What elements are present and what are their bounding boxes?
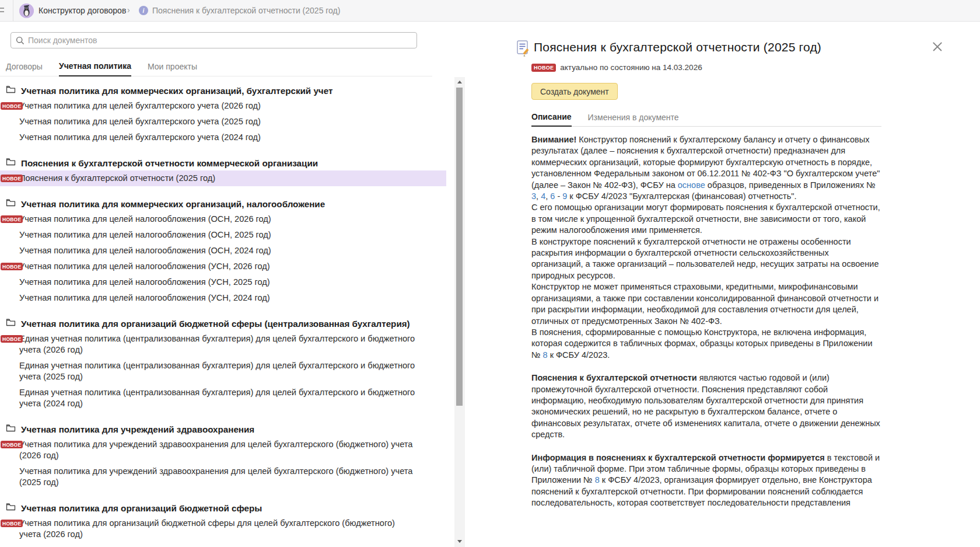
tab-uchetnaya-politika[interactable]: Учетная политика xyxy=(59,61,131,76)
new-badge: НОВОЕ xyxy=(1,335,23,343)
doc-item[interactable]: Единая учетная политика (централизованна… xyxy=(0,385,446,412)
doc-item[interactable]: Единая учетная политика (централизованна… xyxy=(0,358,446,385)
doc-item[interactable]: НОВОЕУчетная политика для учреждений здр… xyxy=(0,437,446,464)
text-run: образцов, приведенных в Приложениях № xyxy=(705,180,876,190)
doc-item-label: Учетная политика для целей налогообложен… xyxy=(19,245,416,256)
app-logo[interactable] xyxy=(19,4,34,18)
doc-item[interactable]: НОВОЕУчетная политика для целей налогооб… xyxy=(0,259,446,274)
doc-item-label: Учетная политика для целей налогообложен… xyxy=(19,229,416,241)
text-run: Конструктор не может применяться страхов… xyxy=(531,282,878,325)
doc-item-label: Учетная политика для целей налогообложен… xyxy=(19,277,416,288)
folder-icon xyxy=(6,503,16,513)
doc-item[interactable]: Учетная политика для целей бухгалтерског… xyxy=(0,114,446,130)
folder-row[interactable]: Учетная политика для коммерческих органи… xyxy=(6,198,446,209)
info-icon: i xyxy=(139,6,148,15)
inline-link[interactable]: 3 xyxy=(531,191,536,201)
doc-item[interactable]: Учетная политика для целей налогообложен… xyxy=(0,290,446,306)
folder-row[interactable]: Учетная политика для организаций бюджетн… xyxy=(6,503,446,513)
doc-item[interactable]: Учетная политика для целей бухгалтерског… xyxy=(0,130,446,145)
folder-icon xyxy=(6,424,16,434)
app-window: Конструктор договоров › i Пояснения к бу… xyxy=(0,0,980,547)
text-run: являются частью годовой и (или) промежут… xyxy=(531,373,880,439)
doc-item-label: Учетная политика для целей бухгалтерског… xyxy=(19,116,416,127)
doc-item-label: Учетная политика для организаций бюджетн… xyxy=(19,518,416,540)
scroll-down-arrow-icon[interactable] xyxy=(454,536,465,546)
description-paragraph: Внимание! Конструктор пояснений к бухгал… xyxy=(531,134,881,361)
text-run: В конструкторе пояснений к бухгалтерской… xyxy=(531,237,879,280)
topbar: Конструктор договоров › i Пояснения к бу… xyxy=(0,0,980,22)
doc-item[interactable]: Учетная политика для учреждений здравоох… xyxy=(0,464,446,490)
new-badge: НОВОЕ xyxy=(1,102,23,110)
new-badge: НОВОЕ xyxy=(1,175,23,182)
doc-item[interactable]: Учетная политика для целей налогообложен… xyxy=(0,227,446,243)
folder-title: Пояснения к бухгалтерской отчетности ком… xyxy=(21,158,318,168)
doc-item-selected[interactable]: НОВОЕПояснения к бухгалтерской отчетност… xyxy=(0,170,446,186)
doc-item[interactable]: НОВОЕУчетная политика для целей налогооб… xyxy=(0,211,446,227)
folder-icon xyxy=(6,318,16,329)
new-badge: НОВОЕ xyxy=(1,215,23,223)
folder-icon xyxy=(6,158,16,168)
search-box xyxy=(10,32,417,48)
create-document-button[interactable]: Создать документ xyxy=(531,83,618,100)
doc-item[interactable]: НОВОЕУчетная политика для целей бухгалте… xyxy=(0,98,446,114)
document-edit-icon xyxy=(517,40,530,57)
description-text: Внимание! Конструктор пояснений к бухгал… xyxy=(531,134,881,547)
doc-item[interactable]: НОВОЕУчетная политика для организаций бю… xyxy=(0,515,446,542)
doc-item-label: Единая учетная политика (централизованна… xyxy=(19,333,416,356)
tab-izmeneniya[interactable]: Изменения в документе xyxy=(588,113,679,126)
doc-item-label: Учетная политика для целей бухгалтерског… xyxy=(19,132,416,143)
new-badge: НОВОЕ xyxy=(531,64,556,72)
doc-item-label: Учетная политика для учреждений здравоох… xyxy=(19,466,416,488)
inline-link[interactable]: 8 xyxy=(543,350,548,360)
doc-item[interactable]: Учетная политика для целей налогообложен… xyxy=(0,243,446,259)
collapse-sidebar-icon[interactable] xyxy=(0,5,5,16)
text-run: - xyxy=(555,191,562,201)
tab-dogovory[interactable]: Договоры xyxy=(6,62,43,76)
tab-opisanie[interactable]: Описание xyxy=(531,112,572,127)
doc-item-label: Единая учетная политика (централизованна… xyxy=(19,360,416,382)
document-list-panel: Договоры Учетная политика Мои проекты Уч… xyxy=(0,22,465,547)
tab-moi-proekty[interactable]: Мои проекты xyxy=(148,62,197,76)
doc-item[interactable]: НОВОЕЕдиная учетная политика (централизо… xyxy=(0,331,446,358)
inline-link[interactable]: 8 xyxy=(595,475,600,485)
detail-title: Пояснения к бухгалтерской отчетности (20… xyxy=(534,40,821,54)
text-run: к ФСБУ 4/2023. xyxy=(548,350,610,360)
folder-title: Учетная политика для учреждений здравоох… xyxy=(21,424,254,434)
folder-row[interactable]: Пояснения к бухгалтерской отчетности ком… xyxy=(6,158,446,168)
new-badge: НОВОЕ xyxy=(1,520,23,527)
status-text: актуально по состоянию на 14.03.2026 xyxy=(560,63,702,72)
folder-title: Учетная политика для коммерческих органи… xyxy=(21,199,325,209)
chevron-right-icon: › xyxy=(127,5,130,15)
inline-link[interactable]: основе xyxy=(678,180,705,190)
doc-item-label: Учетная политика для целей бухгалтерског… xyxy=(19,100,416,112)
folder-row[interactable]: Учетная политика для организаций бюджетн… xyxy=(6,318,446,329)
folder-row[interactable]: Учетная политика для учреждений здравоох… xyxy=(6,424,446,434)
search-icon xyxy=(16,36,24,45)
description-paragraph: Пояснения к бухгалтерской отчетности явл… xyxy=(531,372,881,440)
penguin-avatar-icon xyxy=(19,4,34,18)
doc-item-label: Учетная политика для целей налогообложен… xyxy=(19,214,416,225)
folder-title: Учетная политика для коммерческих органи… xyxy=(21,86,332,96)
doc-item-label: Учетная политика для учреждений здравоох… xyxy=(19,439,416,461)
detail-tabs: Описание Изменения в документе xyxy=(531,110,881,127)
new-badge: НОВОЕ xyxy=(1,441,23,448)
document-list: Учетная политика для коммерческих органи… xyxy=(0,77,446,547)
text-run: к ФСБУ 4/2023 "Бухгалтерская (финансовая… xyxy=(567,191,796,201)
doc-item-label: Учетная политика для целей налогообложен… xyxy=(19,261,416,272)
scroll-up-arrow-icon[interactable] xyxy=(454,77,465,86)
close-icon[interactable] xyxy=(931,40,944,53)
search-input[interactable] xyxy=(28,36,416,45)
doc-item[interactable]: Учетная политика для целей налогообложен… xyxy=(0,274,446,290)
doc-item-label: Пояснения к бухгалтерской отчетности (20… xyxy=(19,173,416,184)
breadcrumb-current-page: Пояснения к бухгалтерской отчетности (20… xyxy=(152,6,340,15)
list-scrollbar[interactable] xyxy=(454,77,465,547)
document-detail-panel: Пояснения к бухгалтерской отчетности (20… xyxy=(470,22,980,547)
status-row: НОВОЕ актуально по состоянию на 14.03.20… xyxy=(531,63,702,72)
text-run: С его помощью организации могут формиров… xyxy=(531,203,880,235)
breadcrumb-app-title[interactable]: Конструктор договоров xyxy=(38,6,126,15)
folder-row[interactable]: Учетная политика для коммерческих органи… xyxy=(6,85,446,96)
folder-title: Учетная политика для организаций бюджетн… xyxy=(21,503,262,513)
inline-link[interactable]: 4 xyxy=(541,191,545,201)
topbar-divider xyxy=(13,0,13,21)
list-scrollbar-thumb[interactable] xyxy=(456,88,463,406)
